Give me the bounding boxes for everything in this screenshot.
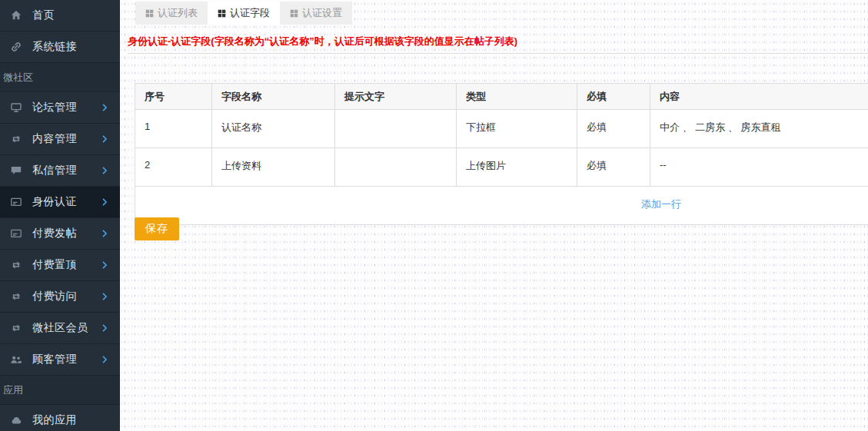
sidebar-item-label: 系统链接	[32, 40, 77, 54]
chevron-right-icon	[101, 323, 110, 333]
sidebar-item-label: 付费置顶	[32, 258, 77, 272]
tab-label: 认证列表	[158, 6, 198, 20]
divider	[128, 53, 868, 54]
sidebar-item-label: 内容管理	[32, 132, 77, 146]
cell-type: 上传图片	[457, 148, 577, 187]
notice-text: 身份认证-认证字段(字段名称为“认证名称”时，认证后可根据该字段的值显示在帖子列…	[128, 35, 517, 48]
users-icon	[10, 353, 24, 366]
sidebar-item-forum-management[interactable]: 论坛管理	[0, 92, 120, 124]
sidebar-item-customer-management[interactable]: 顾客管理	[0, 344, 120, 376]
col-header-no: 序号	[135, 84, 212, 110]
tab-verification-fields[interactable]: 认证字段	[208, 2, 280, 25]
sidebar-item-private-messages[interactable]: 私信管理	[0, 155, 120, 187]
home-icon	[10, 9, 24, 22]
sidebar: 首页 系统链接 微社区 论坛管理 内容管理 私信管理 身份认证	[0, 0, 120, 431]
chevron-right-icon	[101, 260, 110, 270]
fields-table: 序号 字段名称 提示文字 类型 必填 内容 1 认证名称 下拉框 必填	[135, 83, 868, 225]
tab-verification-settings[interactable]: 认证设置	[280, 2, 352, 25]
sidebar-item-label: 首页	[32, 8, 55, 22]
sidebar-item-content-management[interactable]: 内容管理	[0, 124, 120, 155]
table-header-row: 序号 字段名称 提示文字 类型 必填 内容	[135, 84, 868, 110]
table-row: 1 认证名称 下拉框 必填 中介 、 二房东 、 房东直租	[135, 110, 868, 148]
cell-hint	[335, 110, 457, 148]
grid-icon	[218, 9, 226, 18]
sidebar-item-label: 付费访问	[32, 290, 77, 303]
grid-icon	[290, 9, 298, 18]
add-row: 添加一行	[135, 187, 868, 225]
chevron-right-icon	[101, 229, 110, 238]
sync-icon	[10, 259, 24, 271]
sidebar-item-system-links[interactable]: 系统链接	[0, 31, 120, 63]
link-icon	[10, 41, 24, 53]
sidebar-item-paid-access[interactable]: 付费访问	[0, 281, 120, 313]
sync-icon	[10, 290, 24, 303]
cell-no: 1	[135, 110, 212, 148]
id-card-icon	[10, 227, 24, 240]
cell-content: 中介 、 二房东 、 房东直租	[650, 110, 868, 148]
table-row: 2 上传资料 上传图片 必填 --	[135, 148, 868, 187]
sidebar-item-label: 付费发帖	[32, 227, 77, 240]
sidebar-item-identity-verification[interactable]: 身份认证	[0, 187, 120, 218]
sidebar-item-my-apps[interactable]: 我的应用	[0, 405, 120, 431]
cell-name: 认证名称	[212, 110, 335, 148]
cell-hint	[335, 148, 457, 187]
sidebar-item-label: 微社区会员	[32, 321, 88, 335]
sidebar-section-apps: 应用	[0, 376, 120, 405]
sidebar-item-label: 顾客管理	[32, 353, 77, 366]
sidebar-item-home[interactable]: 首页	[0, 0, 120, 31]
col-header-content: 内容	[650, 84, 868, 110]
fields-table-wrap: 序号 字段名称 提示文字 类型 必填 内容 1 认证名称 下拉框 必填	[135, 83, 868, 225]
chevron-right-icon	[101, 134, 110, 144]
col-header-name: 字段名称	[212, 84, 335, 110]
chevron-right-icon	[101, 103, 110, 112]
tab-label: 认证设置	[302, 6, 342, 20]
sidebar-item-community-members[interactable]: 微社区会员	[0, 313, 120, 344]
cell-type: 下拉框	[457, 110, 577, 148]
cell-required: 必填	[577, 148, 650, 187]
sidebar-item-paid-pinning[interactable]: 付费置顶	[0, 250, 120, 281]
admin-page: 首页 系统链接 微社区 论坛管理 内容管理 私信管理 身份认证	[0, 0, 868, 431]
add-row-link[interactable]: 添加一行	[641, 198, 681, 210]
col-header-required: 必填	[577, 84, 650, 110]
save-button[interactable]: 保存	[135, 217, 179, 240]
sidebar-item-paid-posting[interactable]: 付费发帖	[0, 218, 120, 250]
sidebar-section-community: 微社区	[0, 63, 120, 92]
col-header-type: 类型	[457, 84, 577, 110]
chevron-right-icon	[101, 292, 110, 301]
sidebar-item-label: 我的应用	[32, 413, 77, 427]
cloud-icon	[10, 414, 24, 426]
main-content: 认证列表 认证字段 认证设置 身份认证-认证字段(字段名称为“认证名称”时，认证…	[120, 0, 868, 431]
grid-icon	[145, 9, 154, 18]
monitor-icon	[10, 101, 24, 114]
tab-bar: 认证列表 认证字段 认证设置	[135, 2, 352, 25]
sync-icon	[10, 322, 24, 334]
chat-icon	[10, 164, 24, 177]
id-card-icon	[10, 196, 24, 208]
tab-verification-list[interactable]: 认证列表	[135, 2, 208, 25]
cell-no: 2	[135, 148, 212, 187]
chevron-right-icon	[101, 166, 110, 175]
sync-icon	[10, 133, 24, 145]
cell-required: 必填	[577, 110, 650, 148]
sidebar-item-label: 私信管理	[32, 164, 77, 177]
sidebar-section-label: 微社区	[3, 71, 33, 85]
chevron-right-icon	[101, 355, 110, 364]
col-header-hint: 提示文字	[335, 84, 457, 110]
tab-label: 认证字段	[230, 6, 270, 20]
chevron-right-icon	[101, 197, 110, 207]
sidebar-section-label: 应用	[3, 383, 23, 397]
cell-name: 上传资料	[212, 148, 335, 187]
cell-content: --	[650, 148, 868, 187]
sidebar-item-label: 论坛管理	[32, 101, 77, 114]
sidebar-item-label: 身份认证	[32, 195, 77, 209]
